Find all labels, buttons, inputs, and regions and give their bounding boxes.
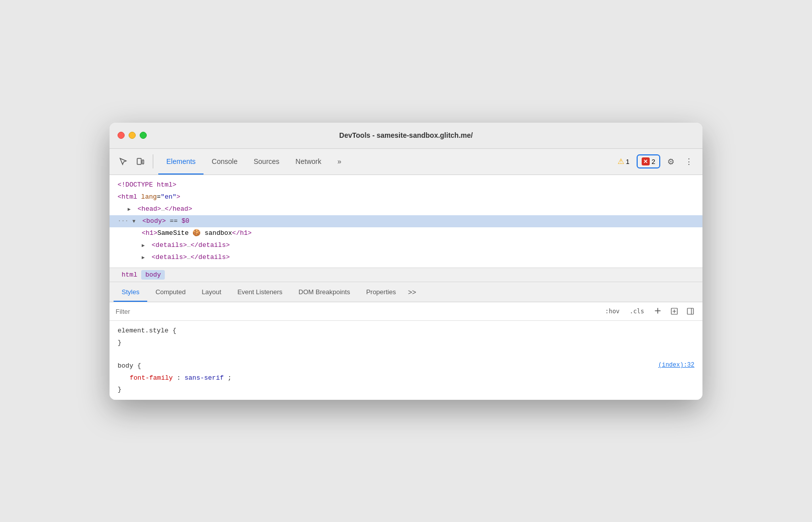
toolbar-right: ⚠ 1 ✕ 2 ⚙ ⋮ bbox=[614, 154, 696, 169]
dom-body-selected[interactable]: ··· ▼ <body> == $0 bbox=[110, 215, 702, 227]
tab-more[interactable]: » bbox=[329, 148, 349, 175]
warning-icon: ⚠ bbox=[618, 157, 624, 166]
panel-tab-properties[interactable]: Properties bbox=[358, 282, 404, 302]
body-selector[interactable]: body { bbox=[118, 362, 141, 370]
error-badge-button[interactable]: ✕ 2 bbox=[637, 154, 660, 168]
warning-count: 1 bbox=[626, 158, 630, 165]
more-options-button[interactable]: ⋮ bbox=[681, 154, 696, 169]
element-style-selector[interactable]: element.style { bbox=[118, 327, 176, 334]
settings-button[interactable]: ⚙ bbox=[663, 154, 678, 169]
dom-doctype[interactable]: <!DOCTYPE html> bbox=[110, 179, 702, 191]
traffic-lights bbox=[118, 132, 147, 139]
cls-button[interactable]: .cls bbox=[627, 307, 647, 316]
close-button[interactable] bbox=[118, 132, 125, 139]
font-family-value[interactable]: sans-serif bbox=[184, 374, 224, 382]
dom-details-1[interactable]: ▶ <details>…</details> bbox=[110, 239, 702, 251]
body-rule: body { (index):32 font-family : sans-ser… bbox=[118, 360, 694, 395]
sidebar-toggle-icon bbox=[687, 308, 694, 315]
filter-actions: :hov .cls bbox=[602, 305, 696, 317]
dom-head[interactable]: ▶ <head>…</head> bbox=[110, 203, 702, 215]
dom-details-2[interactable]: ▶ <details>…</details> bbox=[110, 251, 702, 264]
device-toolbar-button[interactable] bbox=[133, 154, 148, 169]
tab-network[interactable]: Network bbox=[287, 148, 329, 175]
breadcrumb: html body bbox=[110, 268, 702, 282]
inspect-element-button[interactable] bbox=[116, 154, 131, 169]
tab-console[interactable]: Console bbox=[204, 148, 245, 175]
panel-tab-event-listeners[interactable]: Event Listeners bbox=[229, 282, 290, 302]
body-properties: font-family : sans-serif ; bbox=[118, 372, 694, 384]
warning-badge-button[interactable]: ⚠ 1 bbox=[614, 155, 634, 168]
panel-tabs-more[interactable]: >> bbox=[404, 282, 420, 302]
svg-rect-1 bbox=[142, 160, 144, 164]
devtools-window: DevTools - samesite-sandbox.glitch.me/ E… bbox=[110, 123, 702, 400]
breadcrumb-body[interactable]: body bbox=[141, 270, 165, 280]
hov-button[interactable]: :hov bbox=[602, 307, 623, 316]
styles-panel: element.style { } body { (index):32 font… bbox=[110, 321, 702, 399]
body-source[interactable]: (index):32 bbox=[658, 360, 694, 371]
devtools-toolbar: Elements Console Sources Network » ⚠ 1 ✕ bbox=[110, 149, 702, 175]
font-family-property[interactable]: font-family bbox=[130, 374, 173, 382]
panel-tab-dom-breakpoints[interactable]: DOM Breakpoints bbox=[290, 282, 358, 302]
panel-tab-layout[interactable]: Layout bbox=[193, 282, 229, 302]
panel-tab-styles[interactable]: Styles bbox=[114, 282, 147, 302]
tab-elements[interactable]: Elements bbox=[158, 148, 204, 175]
svg-rect-3 bbox=[687, 308, 693, 314]
expand-body-icon[interactable]: ▼ bbox=[132, 217, 138, 226]
devtools-tabs: Elements Console Sources Network » bbox=[158, 148, 612, 175]
window-title: DevTools - samesite-sandbox.glitch.me/ bbox=[339, 131, 473, 139]
dom-h1[interactable]: <h1>SameSite 🍪 sandbox</h1> bbox=[110, 227, 702, 239]
expand-head-icon[interactable]: ▶ bbox=[128, 205, 134, 214]
dom-tree: <!DOCTYPE html> <html lang="en"> ▶ <head… bbox=[110, 175, 702, 268]
toggle-sidebar-button[interactable] bbox=[684, 305, 696, 317]
error-count: 2 bbox=[652, 158, 655, 165]
tab-sources[interactable]: Sources bbox=[246, 148, 287, 175]
maximize-button[interactable] bbox=[140, 132, 147, 139]
titlebar: DevTools - samesite-sandbox.glitch.me/ bbox=[110, 123, 702, 149]
svg-rect-0 bbox=[137, 158, 141, 164]
new-rule-icon bbox=[671, 308, 678, 315]
minimize-button[interactable] bbox=[129, 132, 136, 139]
element-style-rule: element.style { } bbox=[118, 325, 694, 349]
expand-details2-icon[interactable]: ▶ bbox=[142, 253, 148, 262]
expand-details1-icon[interactable]: ▶ bbox=[142, 241, 148, 250]
new-style-rule-button[interactable] bbox=[668, 305, 680, 317]
add-style-button[interactable] bbox=[651, 306, 664, 317]
breadcrumb-html[interactable]: html bbox=[118, 270, 141, 280]
panel-tab-computed[interactable]: Computed bbox=[147, 282, 193, 302]
error-icon: ✕ bbox=[642, 157, 650, 165]
plus-icon bbox=[654, 307, 661, 314]
dom-html[interactable]: <html lang="en"> bbox=[110, 191, 702, 203]
filter-input[interactable] bbox=[116, 308, 598, 315]
filter-bar: :hov .cls bbox=[110, 302, 702, 321]
panel-tabs: Styles Computed Layout Event Listeners D… bbox=[110, 282, 702, 302]
toolbar-separator bbox=[153, 154, 153, 168]
